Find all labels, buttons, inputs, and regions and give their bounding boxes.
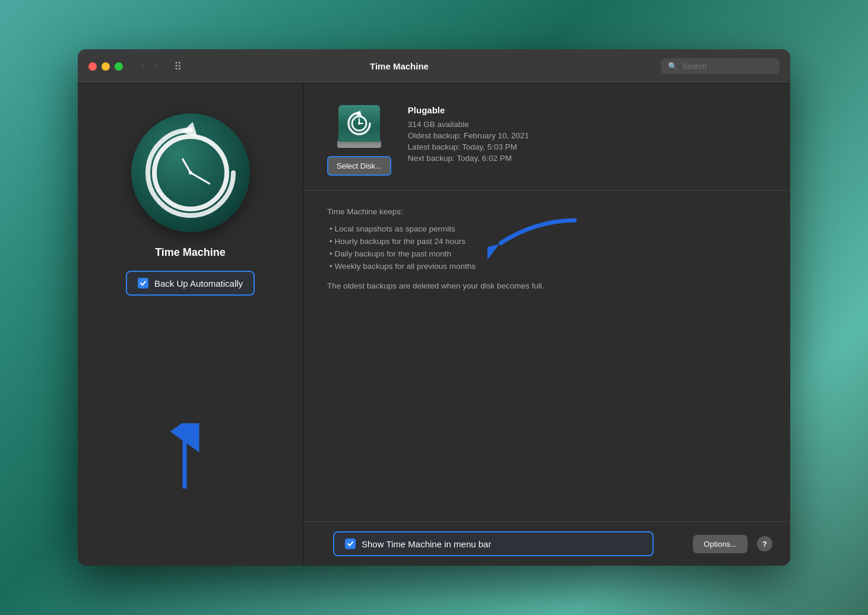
disk-details: Plugable 314 GB available Oldest backup:… bbox=[408, 105, 529, 163]
keeps-title: Time Machine keeps: bbox=[327, 207, 766, 216]
checkbox-indicator bbox=[138, 278, 148, 289]
search-bar[interactable]: 🔍 bbox=[661, 58, 780, 74]
list-item: Weekly backups for all previous months bbox=[327, 262, 766, 271]
minimize-button[interactable] bbox=[102, 62, 110, 71]
disk-latest-backup: Latest backup: Today, 5:03 PM bbox=[408, 142, 529, 151]
search-input[interactable] bbox=[682, 62, 772, 71]
list-item: Local snapshots as space permits bbox=[327, 224, 766, 233]
svg-point-7 bbox=[358, 122, 360, 125]
info-footer: The oldest backups are deleted when your… bbox=[327, 281, 766, 290]
list-item: Daily backups for the past month bbox=[327, 249, 766, 258]
show-menu-checkbox[interactable]: Show Time Machine in menu bar bbox=[333, 531, 654, 556]
disk-icon-col: Select Disk... bbox=[327, 105, 391, 176]
info-list: Local snapshots as space permits Hourly … bbox=[327, 224, 766, 271]
search-icon: 🔍 bbox=[668, 62, 677, 71]
disk-info-section: Select Disk... Plugable 314 GB available… bbox=[303, 84, 790, 191]
disk-available: 314 GB available bbox=[408, 120, 529, 129]
show-menu-checkbox-indicator bbox=[345, 538, 356, 549]
show-menu-label: Show Time Machine in menu bar bbox=[362, 539, 491, 549]
backup-automatically-label: Back Up Automatically bbox=[154, 278, 243, 289]
info-section: Time Machine keeps: Local snapshots as s… bbox=[303, 191, 790, 521]
disk-next-backup: Next backup: Today, 6:02 PM bbox=[408, 154, 529, 163]
disk-oldest-backup: Oldest backup: February 10, 2021 bbox=[408, 131, 529, 140]
disk-name: Plugable bbox=[408, 105, 529, 115]
right-panel: Select Disk... Plugable 314 GB available… bbox=[303, 84, 790, 566]
close-button[interactable] bbox=[88, 62, 97, 71]
options-button[interactable]: Options... bbox=[693, 535, 747, 553]
help-button[interactable]: ? bbox=[757, 536, 772, 551]
traffic-lights bbox=[88, 62, 123, 71]
annotation-arrow-up bbox=[167, 423, 202, 494]
time-machine-icon bbox=[131, 113, 250, 232]
select-disk-button[interactable]: Select Disk... bbox=[327, 156, 391, 176]
clock-minute-hand bbox=[190, 172, 210, 185]
left-panel: Time Machine Back Up Automatically bbox=[78, 84, 303, 566]
icon-label: Time Machine bbox=[155, 246, 226, 259]
hdd-body bbox=[338, 105, 380, 142]
clock-face bbox=[152, 134, 229, 211]
backup-automatically-checkbox[interactable]: Back Up Automatically bbox=[126, 271, 255, 296]
titlebar: ‹ › ⠿ Time Machine 🔍 bbox=[78, 49, 790, 84]
maximize-button[interactable] bbox=[115, 62, 123, 71]
list-item: Hourly backups for the past 24 hours bbox=[327, 237, 766, 246]
hdd-tm-icon bbox=[344, 109, 374, 138]
clock-center bbox=[189, 171, 192, 175]
window-title: Time Machine bbox=[145, 61, 654, 71]
disk-icon bbox=[337, 105, 381, 148]
system-preferences-window: ‹ › ⠿ Time Machine 🔍 bbox=[78, 49, 790, 566]
main-content: Time Machine Back Up Automatically bbox=[78, 84, 790, 566]
bottom-bar: Show Time Machine in menu bar Options...… bbox=[303, 521, 790, 566]
